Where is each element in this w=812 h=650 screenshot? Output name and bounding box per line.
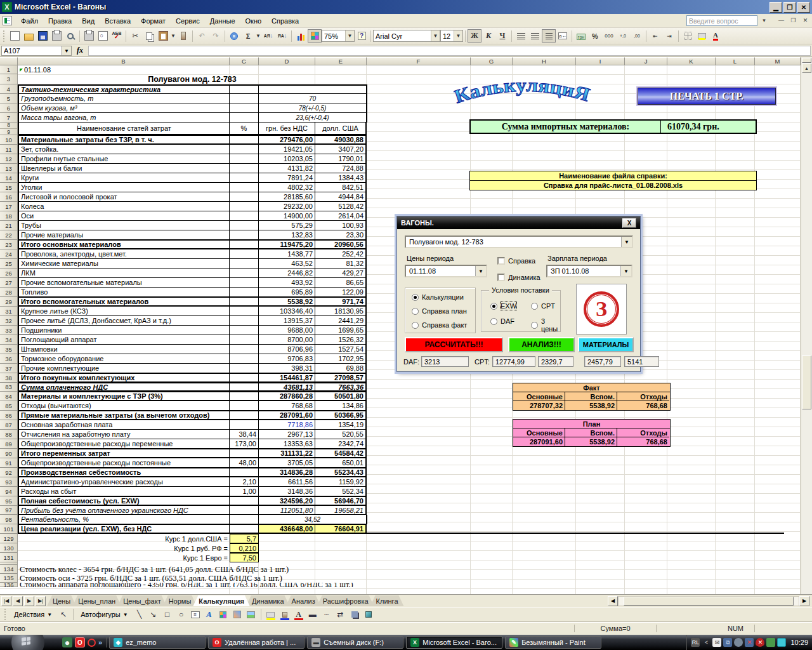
vertical-scrollbar[interactable]: ▲ — [801, 57, 812, 594]
column-header[interactable]: E — [315, 57, 367, 65]
cell[interactable]: 9706,83 — [259, 354, 315, 364]
cell[interactable] — [230, 145, 259, 154]
tab-нормы[interactable]: Нормы — [163, 595, 197, 606]
cell[interactable]: 695,89 — [259, 288, 315, 297]
cell[interactable] — [230, 173, 259, 183]
cell[interactable]: 0,210 — [230, 543, 259, 553]
insert-function-icon[interactable]: fx — [77, 46, 83, 55]
cell[interactable]: Масса тары вагона, т — [18, 113, 230, 123]
cell[interactable]: 20960,56 — [315, 240, 367, 249]
bold-button[interactable]: Ж — [468, 29, 481, 43]
cell[interactable]: Рентабельность, % — [18, 515, 230, 524]
row-header[interactable]: 1 — [0, 65, 18, 74]
cell[interactable] — [230, 449, 259, 458]
cell[interactable] — [230, 345, 259, 354]
cell[interactable]: Поглощающий аппарат — [18, 335, 230, 345]
row-header[interactable]: 91 — [0, 458, 18, 468]
scroll-right-icon[interactable]: ▶ — [799, 596, 809, 606]
spravka-checkbox[interactable]: Справка — [497, 257, 535, 265]
cell[interactable]: 18130,95 — [315, 307, 367, 316]
cell[interactable]: 34,52 — [259, 515, 367, 524]
row-header[interactable]: 14 — [0, 173, 18, 183]
cell[interactable]: 23,30 — [315, 230, 367, 240]
cell[interactable]: 7663,36 — [315, 383, 367, 392]
rectangle-tool-icon[interactable]: □ — [161, 609, 174, 621]
row-header[interactable]: 36 — [0, 354, 18, 364]
menu-файл[interactable]: Файл — [16, 15, 43, 27]
cpt-input-2[interactable]: 2329,7 — [538, 356, 573, 367]
corner-header[interactable] — [0, 57, 18, 65]
quick-launch-more-icon[interactable]: » — [98, 639, 102, 646]
user-quick-icon[interactable]: ☻ — [62, 637, 72, 647]
daf-input[interactable]: 3213 — [421, 356, 469, 367]
cell[interactable]: Круги — [18, 173, 230, 183]
align-left-button[interactable] — [514, 29, 528, 43]
cell[interactable] — [230, 202, 259, 211]
cell[interactable]: Общепроизводственные расходы постоянные — [18, 458, 230, 468]
cell[interactable]: 134,86 — [315, 401, 367, 411]
cell[interactable]: 78(+/-0,5) — [259, 103, 367, 113]
row-header[interactable]: 6 — [0, 103, 18, 113]
cell[interactable] — [230, 326, 259, 335]
cell[interactable]: Наименование статей затрат — [18, 123, 230, 135]
decrease-decimal-button[interactable]: ,00 — [630, 29, 644, 43]
taskbar-button-opera[interactable]: OУдалённая работа | ... — [208, 636, 304, 649]
cell[interactable]: Цена реализации (усл. EXW), без НДС — [18, 524, 230, 534]
cell[interactable] — [230, 392, 259, 401]
cell[interactable]: Топливо — [18, 288, 230, 297]
cell[interactable]: Колеса — [18, 202, 230, 211]
cell[interactable] — [230, 240, 259, 249]
row-header[interactable]: 11 — [0, 145, 18, 154]
cell[interactable]: Прибыль без учёта оплаченного украинског… — [18, 506, 230, 515]
row-header[interactable]: 33 — [0, 326, 18, 335]
cell[interactable]: 1526,32 — [315, 335, 367, 345]
cell[interactable]: 4944,84 — [315, 192, 367, 202]
row-header[interactable]: 87 — [0, 420, 18, 430]
horizontal-scroll-thumb[interactable] — [624, 597, 794, 606]
menu-формат[interactable]: Формат — [136, 15, 171, 27]
row-header[interactable]: 16 — [0, 192, 18, 202]
menu-сервис[interactable]: Сервис — [171, 15, 205, 27]
grid[interactable]: 101.11.083Полувагон мод. 12-7834Тактико-… — [0, 65, 812, 594]
cell[interactable] — [230, 183, 259, 192]
copy-button[interactable] — [142, 29, 156, 43]
opera2-quick-icon[interactable] — [88, 639, 96, 647]
cell[interactable]: 2446,82 — [259, 269, 315, 278]
cell[interactable]: Полувагон мод. 12-783 — [18, 74, 367, 84]
column-header[interactable]: H — [513, 57, 576, 65]
cell[interactable] — [230, 297, 259, 307]
diagram-tool-icon[interactable] — [217, 609, 230, 621]
italic-button[interactable]: К — [481, 29, 495, 43]
cell[interactable]: 724,88 — [315, 164, 367, 173]
cell[interactable]: 5538,92 — [259, 297, 315, 307]
workbook-restore-button[interactable]: ❐ — [788, 16, 799, 25]
start-button[interactable] — [0, 635, 58, 650]
cell[interactable]: Сумма оплаченного НДС — [18, 383, 230, 392]
row-header[interactable]: 35 — [0, 345, 18, 354]
cell[interactable]: 86,65 — [315, 278, 367, 288]
print-button[interactable] — [82, 29, 96, 43]
cell[interactable]: 6611,56 — [259, 477, 315, 487]
row-header[interactable]: 136 — [0, 583, 18, 587]
column-header[interactable]: F — [367, 57, 471, 65]
cell[interactable] — [230, 94, 259, 103]
cell[interactable]: Листовой и полосовой прокат — [18, 192, 230, 202]
row-header[interactable]: 38 — [0, 373, 18, 383]
cell[interactable]: 54584,42 — [315, 449, 367, 458]
tab-цены[interactable]: Цены — [47, 595, 76, 606]
cell[interactable]: 842,51 — [315, 183, 367, 192]
thousands-button[interactable]: 000 — [602, 29, 616, 43]
cell[interactable] — [230, 135, 259, 145]
cell[interactable]: Проволока, электроды, цвет.мет. — [18, 249, 230, 259]
globe-tray-icon[interactable] — [734, 638, 743, 647]
cell[interactable]: Тактико-техническая характеристика — [18, 84, 230, 94]
drawbar-grip[interactable] — [4, 609, 7, 620]
minimize-button[interactable]: ▁ — [769, 2, 782, 13]
undo-button[interactable]: ↶ — [195, 29, 209, 43]
menu-правка[interactable]: Правка — [43, 15, 77, 27]
prev-sheet-button[interactable]: ◀ — [13, 596, 23, 606]
cell[interactable] — [230, 103, 259, 113]
tab-цены_план[interactable]: Цены_план — [72, 595, 121, 606]
cell[interactable]: 1384,43 — [315, 173, 367, 183]
cell[interactable] — [230, 164, 259, 173]
